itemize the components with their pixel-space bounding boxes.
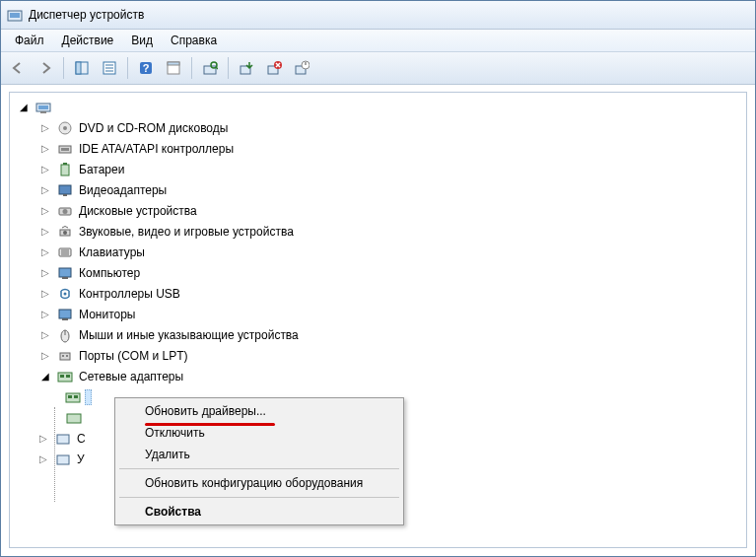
collapse-arrow-icon[interactable]: ▷ [39, 350, 51, 362]
collapse-arrow-icon[interactable]: ▷ [39, 288, 51, 300]
svg-rect-58 [57, 435, 69, 444]
tree-root[interactable]: ◢ [10, 97, 746, 117]
svg-rect-55 [68, 395, 72, 398]
svg-rect-3 [76, 62, 81, 74]
collapse-arrow-icon[interactable]: ▷ [39, 246, 51, 258]
svg-point-49 [62, 355, 64, 357]
category-icon [57, 120, 73, 136]
category-icon [57, 286, 73, 302]
scan-hardware-button[interactable] [197, 55, 223, 81]
svg-rect-42 [62, 277, 68, 279]
category-icon [57, 203, 73, 219]
toolbar-separator [127, 57, 128, 79]
svg-rect-57 [67, 414, 81, 423]
menu-separator [119, 468, 399, 469]
tree-item[interactable]: ▷Клавиатуры [10, 242, 746, 262]
collapse-arrow-icon[interactable]: ▷ [39, 226, 51, 238]
tree-item[interactable]: ▷IDE ATA/ATAPI контроллеры [10, 138, 746, 159]
menu-help[interactable]: Справка [163, 32, 225, 49]
context-menu: Обновить драйверы... Отключить Удалить О… [114, 397, 404, 525]
tree-item[interactable]: ◢Сетевые адаптеры [10, 366, 746, 386]
svg-point-26 [63, 126, 67, 130]
properties-sheet-button[interactable] [161, 55, 186, 81]
collapse-arrow-icon[interactable]: ▷ [39, 184, 51, 196]
menu-action[interactable]: Действие [54, 32, 122, 49]
titlebar: Диспетчер устройств [1, 1, 755, 30]
back-button[interactable] [5, 55, 31, 81]
tree-item-label: IDE ATA/ATAPI контроллеры [77, 141, 236, 157]
menu-file[interactable]: Файл [7, 32, 52, 49]
help-button[interactable]: ? [133, 55, 159, 81]
tree-item[interactable]: ▷Мыши и иные указывающие устройства [10, 324, 746, 345]
menu-item-properties[interactable]: Свойства [117, 501, 401, 522]
tree-item-label: Звуковые, видео и игровые устройства [77, 224, 296, 240]
category-icon [57, 348, 73, 364]
menu-item-update-driver[interactable]: Обновить драйверы... [117, 400, 401, 422]
network-card-icon [65, 389, 81, 405]
tree-item[interactable]: ▷Батареи [10, 159, 746, 179]
menu-separator [119, 497, 399, 498]
svg-rect-12 [204, 66, 216, 74]
collapse-arrow-icon[interactable]: ▷ [39, 309, 51, 320]
properties-button[interactable] [97, 55, 122, 81]
uninstall-button[interactable] [261, 55, 287, 81]
svg-rect-24 [40, 111, 46, 113]
collapse-arrow-icon[interactable]: ▷ [37, 453, 49, 465]
menu-view[interactable]: Вид [123, 32, 161, 49]
collapse-arrow-icon[interactable]: ▷ [39, 329, 51, 341]
collapse-arrow-icon[interactable]: ▷ [39, 164, 51, 175]
toolbar-separator [191, 57, 192, 79]
tree-item[interactable]: ▷DVD и CD-ROM дисководы [10, 117, 746, 138]
tree-item-label: Мониторы [77, 307, 137, 322]
svg-point-36 [63, 231, 67, 235]
svg-rect-56 [74, 395, 78, 398]
svg-rect-52 [60, 375, 64, 378]
collapse-arrow-icon[interactable]: ▷ [39, 267, 51, 279]
svg-rect-1 [10, 13, 20, 18]
tree-item-label: Мыши и иные указывающие устройства [77, 327, 301, 343]
tree-item-label: DVD и CD-ROM дисководы [77, 120, 230, 136]
category-icon [57, 369, 73, 384]
svg-text:?: ? [143, 62, 150, 74]
tree-item[interactable]: ▷Видеоадаптеры [10, 179, 746, 200]
svg-rect-45 [62, 318, 68, 320]
show-hide-tree-button[interactable] [69, 55, 95, 81]
network-card-icon [66, 410, 82, 426]
tree-item-label: Контроллеры USB [77, 286, 182, 302]
category-icon [57, 327, 73, 343]
device-manager-window: Диспетчер устройств Файл Действие Вид Сп… [0, 0, 756, 557]
device-icon [55, 431, 71, 447]
disable-button[interactable] [289, 55, 314, 81]
expand-arrow-icon[interactable]: ◢ [39, 371, 51, 383]
tree-item-label: Компьютер [77, 265, 142, 281]
svg-rect-29 [61, 165, 69, 175]
collapse-arrow-icon[interactable]: ▷ [39, 143, 51, 155]
tree-item[interactable]: ▷Контроллеры USB [10, 283, 746, 304]
toolbar-separator [63, 57, 64, 79]
tree-item-label: Сетевые адаптеры [77, 369, 185, 384]
svg-rect-23 [38, 105, 48, 109]
tree-item[interactable]: ▷Мониторы [10, 304, 746, 324]
expand-arrow-icon[interactable]: ◢ [18, 102, 30, 113]
update-driver-button[interactable] [234, 55, 259, 81]
menu-item-uninstall[interactable]: Удалить [117, 444, 401, 465]
collapse-arrow-icon[interactable]: ▷ [39, 205, 51, 217]
tree-item[interactable]: ▷Порты (COM и LPT) [10, 345, 746, 366]
svg-rect-44 [59, 310, 71, 318]
tree-item[interactable]: ▷Компьютер [10, 262, 746, 283]
tree-item[interactable]: ▷Звуковые, видео и игровые устройства [10, 221, 746, 242]
category-icon [57, 224, 73, 240]
category-icon [57, 141, 73, 157]
collapse-arrow-icon[interactable]: ▷ [37, 433, 49, 445]
collapse-arrow-icon[interactable]: ▷ [39, 122, 51, 134]
forward-button[interactable] [33, 55, 58, 81]
root-label [55, 100, 105, 115]
menu-item-scan-hardware[interactable]: Обновить конфигурацию оборудования [117, 472, 401, 494]
svg-rect-41 [59, 268, 71, 277]
svg-rect-28 [61, 148, 69, 151]
tree-item-label: Дисковые устройства [77, 203, 199, 219]
svg-rect-53 [66, 375, 70, 378]
tree-item[interactable]: ▷Дисковые устройства [10, 200, 746, 221]
svg-rect-48 [60, 353, 70, 360]
toolbar-separator [228, 57, 229, 79]
